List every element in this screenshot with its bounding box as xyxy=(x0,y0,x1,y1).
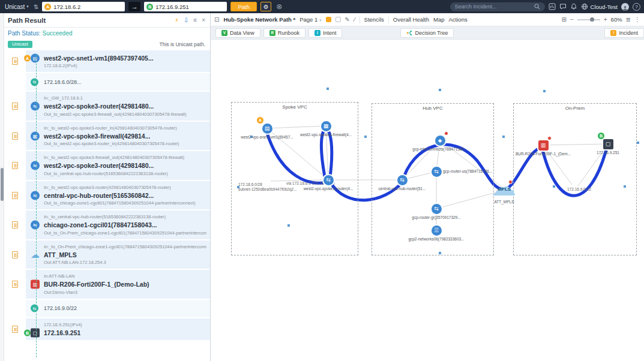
destination-input[interactable]: B 172.16.9.251 xyxy=(144,2,227,11)
path-hop[interactable]: In:_to_On-Prem_chicago-zone1-cgcil01(788… xyxy=(4,240,210,269)
pencil-tool-icon[interactable]: ✎ xyxy=(345,16,350,23)
fit-view-icon[interactable]: ⊞ xyxy=(562,16,567,23)
export-result-icon[interactable]: ⇩ xyxy=(184,17,188,23)
hop-name-line: ▦west2-vpc-spoke3-firewall(429814... xyxy=(44,131,206,140)
endpoint-badge-b: B xyxy=(24,329,31,336)
hop-device-name[interactable]: west2-vpc-snet1-vm1(89457397405... xyxy=(44,55,154,62)
hop-body: A▤west2-vpc-snet1-vm1(89457397405...172.… xyxy=(26,50,210,72)
panel-menu-icon[interactable]: ≡ xyxy=(193,17,197,23)
source-input[interactable]: A 172.18.6.2 xyxy=(42,2,125,11)
hop-name-line: ⇆172.16.9.0/22 xyxy=(44,304,206,313)
close-panel-icon[interactable]: × xyxy=(202,17,205,23)
path-mode-select[interactable]: Unicast ▾ xyxy=(4,4,30,10)
expand-map-icon[interactable]: ⊡ xyxy=(214,16,219,23)
path-hop[interactable]: In:_to_central-vpc-hub-router(5165360842… xyxy=(4,210,210,239)
left-scrollbar-thumb[interactable] xyxy=(1,168,4,201)
line-tool-icon[interactable]: ∕ xyxy=(354,16,355,23)
path-settings-gear-icon[interactable]: ⚙ xyxy=(260,2,271,11)
report-icon[interactable] xyxy=(549,3,556,10)
incident-button[interactable]: ! Incident xyxy=(604,28,644,38)
map-area: ⊡ Hub-Spoke Network Path * Page 1 ▾ ✎ ∕ … xyxy=(211,13,644,361)
stencils-button[interactable]: Stencils xyxy=(364,16,384,23)
hop-document-icon[interactable] xyxy=(12,133,18,140)
incident-search-input[interactable] xyxy=(455,4,527,10)
zoom-level: 60% xyxy=(611,16,622,23)
zoom-in-icon[interactable]: + xyxy=(604,16,607,23)
hop-device-name[interactable]: west2-vpc-spoke3-router(42981480... xyxy=(44,162,154,169)
path-hop[interactable]: ⇆172.18.6.0/28... xyxy=(4,73,210,91)
path-hop[interactable]: 172.16.9.251(IPv4)B▢172.16.9.251 xyxy=(4,318,210,340)
user-avatar[interactable] xyxy=(621,3,629,11)
bell-icon[interactable] xyxy=(570,3,577,10)
hop-device-name[interactable]: 172.16.9.0/22 xyxy=(44,305,77,311)
hop-device-name[interactable]: 172.18.6.0/28... xyxy=(44,79,82,85)
chat-icon[interactable] xyxy=(559,3,567,10)
help-icon[interactable]: ? xyxy=(633,3,640,11)
forti-icon: ▥ xyxy=(31,280,40,289)
hop-document-icon[interactable] xyxy=(12,326,18,333)
hop-device-name[interactable]: chicago-zone1-cgcil01(78847158043... xyxy=(44,221,157,228)
topology-canvas[interactable]: Spoke VPCHub VPCOn-Prem▤Awest2-vpc-snet1… xyxy=(211,40,644,361)
tab-runbook-label: Runbook xyxy=(278,30,299,36)
zoom-slider-knob[interactable] xyxy=(590,17,594,22)
destination-value[interactable]: 172.16.9.251 xyxy=(155,4,188,10)
group-label: Hub VPC xyxy=(372,106,493,111)
hop-device-name[interactable]: west2-vpc-spoke3-router(42981480... xyxy=(44,103,154,110)
shape-tool-icon[interactable] xyxy=(336,17,341,22)
highlight-tool-icon[interactable] xyxy=(326,17,331,22)
path-button[interactable]: Path xyxy=(230,2,257,11)
search-icon[interactable] xyxy=(534,4,540,10)
zoom-out-icon[interactable]: − xyxy=(570,16,574,23)
actions-menu-button[interactable]: Actions xyxy=(449,16,468,23)
hop-document-icon[interactable] xyxy=(12,162,18,169)
more-options-icon[interactable]: ⋮ xyxy=(634,16,640,23)
tab-runbook[interactable]: R Runbook xyxy=(263,28,305,38)
node-label: ATT_MPLS xyxy=(475,200,533,204)
path-hop[interactable]: In:_GW_172.18.6.1⇆west2-vpc-spoke3-route… xyxy=(4,92,210,121)
close-path-bar-icon[interactable]: ⊗ xyxy=(276,2,282,11)
router-icon: ⇆ xyxy=(432,204,442,214)
hop-name-line: ⇆west2-vpc-spoke3-router(42981480... xyxy=(44,102,206,111)
source-value[interactable]: 172.18.6.2 xyxy=(53,4,80,10)
node-label: central-vpc-hub-router(51... xyxy=(373,186,431,191)
hop-document-icon[interactable] xyxy=(12,221,18,228)
group-on-prem: On-Prem xyxy=(513,103,637,255)
hop-document-icon[interactable] xyxy=(12,103,18,110)
left-scrollbar[interactable] xyxy=(0,13,4,361)
router-icon: ⇆ xyxy=(324,175,334,185)
page-selector[interactable]: Page 1 ▾ xyxy=(299,16,321,23)
hop-device-name[interactable]: west2-vpc-spoke3-firewall(429814... xyxy=(44,133,150,140)
hop-document-icon[interactable] xyxy=(12,192,18,199)
path-hop[interactable]: In:ATT-NB-LAN▥BUR-R206-Forti200F-1_(Demo… xyxy=(4,270,210,299)
overall-health-button[interactable]: Overall Health xyxy=(393,16,429,23)
path-hop[interactable]: In:_to_west2-vpc-spoke3-firewall_out(429… xyxy=(4,151,210,180)
hop-name-line: ▥BUR-R206-Forti200F-1_(Demo-Lab) xyxy=(44,280,206,289)
unicast-tab[interactable]: Unicast xyxy=(8,41,32,48)
export-map-icon[interactable]: ≣ xyxy=(626,16,631,23)
zoom-slider[interactable] xyxy=(577,19,600,20)
hop-device-name[interactable]: central-vpc-hub-router(5165360842... xyxy=(44,192,154,199)
hop-gutter xyxy=(4,151,26,180)
hop-gutter xyxy=(4,210,26,239)
hop-document-icon[interactable] xyxy=(12,281,18,288)
path-hop[interactable]: In:_to_west2-vpc-spoke3-router(429814804… xyxy=(4,181,210,210)
path-hop[interactable]: ⇆172.16.9.0/22 xyxy=(4,300,210,317)
router-icon: ⇆ xyxy=(31,191,40,200)
path-hop[interactable]: In:_to_west2-vpc-spoke3-router_in(429814… xyxy=(4,122,210,151)
hop-gutter xyxy=(4,181,26,210)
tab-intent[interactable]: I Intent xyxy=(308,28,343,38)
hop-device-name[interactable]: 172.16.9.251 xyxy=(44,329,80,336)
path-hop[interactable]: A▤west2-vpc-snet1-vm1(89457397405...172.… xyxy=(4,50,210,72)
tab-data-view[interactable]: V Data View xyxy=(215,28,260,38)
incident-search[interactable] xyxy=(450,2,545,11)
hop-device-name[interactable]: BUR-R206-Forti200F-1_(Demo-Lab) xyxy=(44,281,149,288)
hop-document-icon[interactable] xyxy=(12,251,18,258)
hop-document-icon[interactable] xyxy=(12,58,18,65)
hop-device-name[interactable]: ATT_MPLS xyxy=(44,251,77,258)
map-menu-button[interactable]: Map xyxy=(433,16,444,23)
tenant-selector[interactable]: Cloud-Test xyxy=(581,3,618,10)
hop-in-interface: In:_to_west2-vpc-spoke3-router_in(429814… xyxy=(44,125,206,131)
highlight-path-icon[interactable]: ⚡ xyxy=(175,17,179,23)
tab-decision-tree[interactable]: Decision Tree xyxy=(400,28,454,38)
swap-endpoints-icon[interactable]: ⇅ xyxy=(34,4,38,10)
